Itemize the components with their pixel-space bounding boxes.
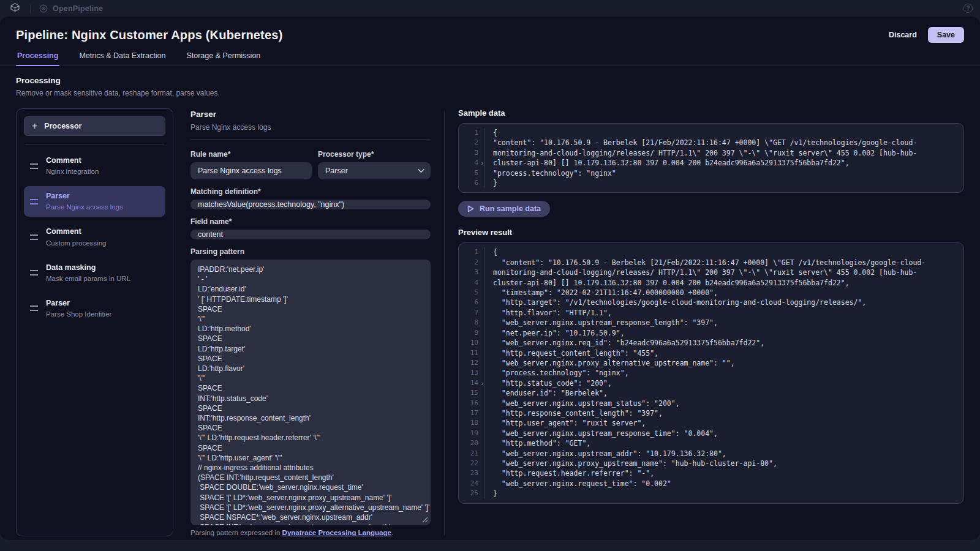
run-sample-button[interactable]: Run sample data: [458, 201, 550, 217]
parsing-pattern-textarea[interactable]: IPADDR:'net.peer.ip' ' - ' LD:'enduser.i…: [190, 260, 431, 525]
play-icon: [467, 205, 474, 212]
drag-handle-icon[interactable]: [30, 305, 38, 311]
rule-name-input[interactable]: [190, 162, 312, 179]
line-number: 4›: [459, 158, 484, 168]
matching-definition-input[interactable]: [190, 200, 431, 209]
code-text: "http.request_content_length": "455",: [484, 348, 963, 358]
code-line: 21 "web_server.nginx.upstream_addr": "10…: [459, 449, 963, 459]
code-text: cluster-api-80] [] 10.179.136.32:80 397 …: [484, 158, 963, 168]
line-number: 17: [459, 408, 484, 418]
code-text: "web_server.nginx.proxy_upstream_name": …: [484, 459, 963, 468]
code-line: 1{: [459, 128, 963, 138]
tab-processing[interactable]: Processing: [16, 48, 59, 66]
parsing-pattern-label: Parsing pattern: [190, 247, 431, 256]
code-text: "process.technology": "nginx": [484, 168, 963, 178]
code-text: "web_server.nginx.upstream_addr": "10.17…: [484, 449, 963, 459]
code-text: "http.flavor": "HTTP/1.1",: [484, 308, 963, 318]
processor-name: Parse Nginx access logs: [46, 203, 123, 212]
line-number: 20: [459, 438, 484, 448]
add-processor-label: Processor: [44, 122, 81, 130]
code-line: 17 "http.response_content_length": "397"…: [459, 408, 963, 418]
code-line: 6}: [459, 178, 963, 188]
code-text: }: [484, 178, 963, 188]
processor-list-item[interactable]: CommentCustom processing: [24, 222, 165, 252]
code-line: 2"content": "10.176.50.9 - Berbelek [21/…: [459, 138, 963, 148]
section-title: Processing: [16, 76, 964, 85]
dpl-link[interactable]: Dynatrace Processing Language: [282, 529, 391, 536]
code-text: "web_server.nginx.proxy_alternative_upst…: [484, 358, 963, 368]
code-line: 2 "content": "10.176.50.9 - Berbelek [21…: [459, 258, 963, 268]
processor-type-select[interactable]: Parser: [318, 162, 431, 179]
run-sample-label: Run sample data: [480, 204, 541, 213]
code-line: 15 "enduser.id": "Berbelek",: [459, 388, 963, 398]
drag-handle-icon[interactable]: [30, 270, 38, 276]
line-number: 5: [459, 288, 484, 298]
code-line: 1{: [459, 247, 963, 257]
line-number: 10: [459, 338, 484, 348]
line-number: 12: [459, 358, 484, 368]
code-line: 20 "http.method": "GET",: [459, 438, 963, 448]
code-line: 16 "web_server.nginx.upstream_status": "…: [459, 399, 963, 408]
fold-chevron-icon[interactable]: ›: [481, 379, 483, 389]
rule-name-label: Rule name*: [190, 150, 312, 159]
code-text: "web_server.nginx.upstream_status": "200…: [484, 399, 963, 408]
field-name-label: Field name*: [190, 217, 431, 226]
code-text: "web_server.nginx.request_time": "0.002": [484, 479, 963, 489]
code-line: 18 "http.user_agent": "ruxit server",: [459, 418, 963, 428]
field-name-input[interactable]: [190, 230, 431, 239]
save-button[interactable]: Save: [928, 27, 964, 43]
code-text: "http.target": "/v1/technologies/google-…: [484, 298, 963, 307]
line-number: 13: [459, 368, 484, 378]
sample-data-block: 1{2"content": "10.176.50.9 - Berbelek [2…: [458, 123, 964, 193]
code-line: 14› "http.status_code": "200",: [459, 378, 963, 388]
code-text: monitoring-and-cloud-logging/releases/ H…: [484, 268, 963, 277]
code-line: 25}: [459, 489, 963, 498]
processor-list: + Processor CommentNginx integrationPars…: [16, 108, 173, 536]
line-number: 22: [459, 459, 484, 468]
add-processor-button[interactable]: + Processor: [24, 116, 165, 136]
editor-title: Parser: [190, 110, 431, 119]
processor-list-item[interactable]: CommentNginx integration: [24, 151, 165, 181]
help-icon[interactable]: ?: [963, 4, 973, 13]
code-line: 5 "timestamp": "2022-02-21T11:16:47.0000…: [459, 288, 963, 298]
processing-section: Processing Remove or mask sensitive data…: [0, 66, 980, 540]
code-text: }: [484, 489, 963, 498]
line-number: 5: [459, 168, 484, 178]
topbar-divider: [30, 4, 31, 13]
code-text: "http.status_code": "200",: [484, 378, 963, 388]
line-number: 6: [459, 298, 484, 307]
code-line: 5"process.technology": "nginx": [459, 168, 963, 178]
preview-result-block: 1{2 "content": "10.176.50.9 - Berbelek […: [458, 242, 964, 503]
tab-metrics-data-extraction[interactable]: Metrics & Data Extraction: [78, 48, 167, 66]
parsing-pattern-caption: Parsing pattern expressed in Dynatrace P…: [190, 529, 431, 536]
processor-type: Comment: [46, 227, 106, 236]
fold-chevron-icon[interactable]: ›: [481, 159, 483, 168]
code-line: 11 "http.request_content_length": "455",: [459, 348, 963, 358]
editor-subtitle: Parse Nginx access logs: [190, 123, 431, 132]
processor-type: Parser: [46, 191, 123, 201]
code-text: "web_server.nginx.upstream_response_leng…: [484, 318, 963, 328]
code-line: 3monitoring-and-cloud-logging/releases/ …: [459, 268, 963, 277]
code-text: "process.technology": "nginx",: [484, 368, 963, 378]
drag-handle-icon[interactable]: [30, 234, 38, 240]
processor-list-item[interactable]: ParserParse Shop Idenfitier: [24, 293, 165, 324]
code-text: "http.method": "GET",: [484, 438, 963, 448]
line-number: 23: [459, 468, 484, 478]
matching-definition-label: Matching definition*: [190, 187, 431, 196]
app-title: OpenPipeline: [53, 4, 103, 13]
line-number: 2: [459, 138, 484, 148]
openpipeline-icon: [39, 4, 48, 13]
discard-button[interactable]: Discard: [889, 31, 917, 39]
code-line: 9 "net.peer.ip": "10.176.50.9",: [459, 328, 963, 338]
line-number: 2: [459, 258, 484, 268]
drag-handle-icon[interactable]: [30, 199, 38, 204]
editor-divider: [190, 139, 431, 140]
processor-list-item[interactable]: ParserParse Nginx access logs: [24, 186, 165, 217]
dynatrace-logo-icon[interactable]: [10, 2, 20, 15]
drag-handle-icon[interactable]: [30, 163, 38, 169]
code-line: 10 "web_server.nginx.req_id": "b24eadc99…: [459, 338, 963, 348]
code-line: 13 "process.technology": "nginx",: [459, 368, 963, 378]
tab-storage-permission[interactable]: Storage & Permission: [185, 48, 262, 66]
processor-list-item[interactable]: Data maskingMask email params in URL: [24, 258, 165, 288]
code-text: "enduser.id": "Berbelek",: [484, 388, 963, 398]
